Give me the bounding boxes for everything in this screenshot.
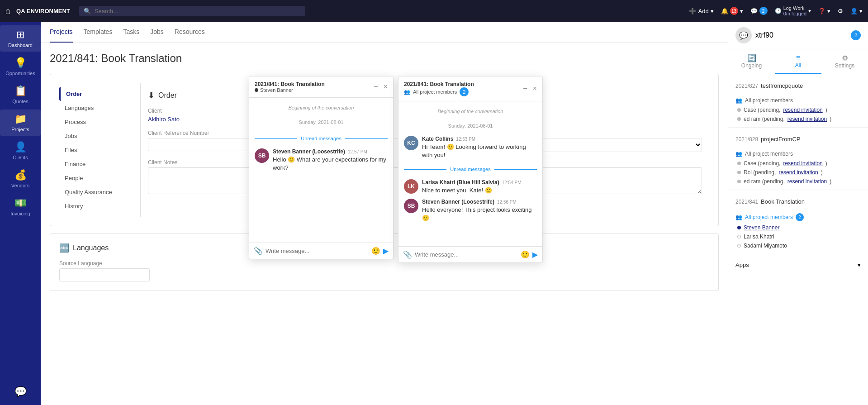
pending-dot-828-roi bbox=[737, 171, 741, 174]
tab-resources[interactable]: Resources bbox=[175, 22, 205, 43]
sidebar-item-dashboard[interactable]: ⊞ Dashboard bbox=[0, 25, 41, 52]
all-members-link-841[interactable]: All project members bbox=[745, 214, 793, 220]
tab-ongoing[interactable]: 🔄 Ongoing bbox=[728, 49, 775, 74]
chat-close-1[interactable]: × bbox=[384, 83, 388, 91]
msg-time-2-2: 12:54 PM bbox=[502, 180, 522, 185]
opportunities-icon: 💡 bbox=[14, 57, 27, 69]
project-id-841: 2021/841 bbox=[735, 199, 758, 205]
search-box: 🔍 bbox=[79, 6, 305, 16]
rp-members-827[interactable]: 👥 All project members bbox=[728, 95, 868, 105]
tab-all[interactable]: ≡ All bbox=[775, 49, 821, 74]
sidebar-item-quotes[interactable]: 📋 Quotes bbox=[0, 81, 41, 108]
pending-dot-828-case bbox=[737, 162, 741, 165]
chat-close-2[interactable]: × bbox=[533, 85, 537, 93]
resend-link-828-case[interactable]: resend invitation bbox=[783, 160, 822, 167]
resend-link-827-edram[interactable]: resend invitation bbox=[787, 116, 827, 122]
emoji-icon-2[interactable]: 🙂 bbox=[521, 250, 530, 259]
chat-minimize-1[interactable]: − bbox=[374, 83, 378, 91]
chat-date-2: Sunday, 2021-08-01 bbox=[404, 123, 537, 129]
chat-minimize-2[interactable]: − bbox=[523, 85, 527, 93]
rp-members-841[interactable]: 👥 All project members 2 bbox=[728, 211, 868, 223]
msg-sender-1-1: Steven Banner (Loosestrife) bbox=[273, 148, 345, 155]
attach-icon-1[interactable]: 📎 bbox=[254, 247, 263, 255]
chat-input-1[interactable] bbox=[266, 248, 369, 254]
rp-members-828[interactable]: 👥 All project members bbox=[728, 149, 868, 159]
member-link-steven[interactable]: Steven Banner bbox=[744, 224, 779, 231]
sidebar-item-invoicing[interactable]: 💵 Invoicing bbox=[0, 194, 41, 220]
help-dropdown-icon: ▾ bbox=[827, 8, 830, 14]
rp-pending-828-roi: Rol (pending, resend invitation ) bbox=[728, 168, 868, 177]
send-button-2[interactable]: ▶ bbox=[532, 250, 538, 259]
sidebar-item-projects[interactable]: 📁 Projects bbox=[0, 110, 41, 136]
chat-project-name-1: 2021/841: Book Translation bbox=[255, 81, 370, 87]
msg-text-2-2: Nice to meet you, Kate! 🙂 bbox=[422, 186, 537, 195]
chat-footer-1: 📎 🙂 ▶ bbox=[249, 243, 393, 259]
help-button[interactable]: ❓ ▾ bbox=[818, 8, 830, 14]
project-name-841: Book Translation bbox=[761, 198, 805, 205]
sidebar-item-history[interactable]: History bbox=[59, 199, 140, 213]
msg-content-2-2: Larisa Khatri (Blue Hill Salvia) 12:54 P… bbox=[422, 179, 537, 195]
resend-link-828-roi[interactable]: resend invitation bbox=[778, 169, 818, 176]
notifications-button[interactable]: 🔔 13 ▾ bbox=[721, 7, 743, 15]
home-icon[interactable]: ⌂ bbox=[5, 6, 11, 16]
chat-message-2-3: SB Steven Banner (Loosestrife) 12:56 PM … bbox=[404, 199, 537, 222]
all-icon: ≡ bbox=[779, 54, 817, 62]
resend-link-827-case[interactable]: resend invitation bbox=[783, 107, 822, 113]
unread-divider-2: Unread messages bbox=[404, 167, 537, 172]
online-dot-steven bbox=[737, 226, 741, 229]
msg-avatar-2-1: KC bbox=[404, 136, 418, 150]
sidebar-item-finance[interactable]: Finance bbox=[59, 157, 140, 171]
send-button-1[interactable]: ▶ bbox=[383, 247, 389, 255]
emoji-icon-1[interactable]: 🙂 bbox=[371, 247, 380, 255]
source-language-label: Source Language bbox=[59, 260, 709, 267]
sidebar-item-order[interactable]: Order bbox=[59, 87, 140, 101]
tab-settings[interactable]: ⚙ Settings bbox=[821, 49, 868, 74]
resend-link-828-edram[interactable]: resend invitation bbox=[787, 178, 827, 185]
sidebar-item-vendors[interactable]: 💰 Vendors bbox=[0, 166, 41, 192]
tab-jobs[interactable]: Jobs bbox=[150, 22, 164, 43]
sidebar-item-opportunities[interactable]: 💡 Opportunities bbox=[0, 53, 41, 80]
msg-avatar-1-1: SB bbox=[255, 148, 269, 163]
right-panel-header: 💬 xtrf90 2 bbox=[728, 22, 868, 49]
add-button[interactable]: ➕ Add ▾ bbox=[689, 8, 713, 14]
settings-button[interactable]: ⚙ bbox=[838, 8, 843, 14]
rp-content: 2021/827 testfromcpquote 👥 All project m… bbox=[728, 74, 868, 276]
sidebar-item-process[interactable]: Process bbox=[59, 115, 140, 129]
clients-icon: 👤 bbox=[14, 141, 27, 153]
chat-date-1: Sunday, 2021-08-01 bbox=[255, 119, 388, 125]
sidebar-item-people[interactable]: People bbox=[59, 171, 140, 185]
members-icon-827: 👥 bbox=[735, 97, 742, 104]
pending-dot-827-case bbox=[737, 108, 741, 112]
apps-section[interactable]: Apps ▾ bbox=[728, 258, 868, 272]
user-button[interactable]: 👤 ▾ bbox=[850, 8, 863, 14]
extra-col bbox=[522, 108, 702, 123]
messages-button[interactable]: 💬 2 bbox=[750, 7, 768, 15]
msg-time-2-3: 12:56 PM bbox=[497, 200, 517, 205]
sidebar-item-qa[interactable]: Quality Assurance bbox=[59, 185, 140, 199]
members-badge-2: 2 bbox=[460, 87, 469, 96]
chat-input-2[interactable] bbox=[415, 251, 518, 258]
tab-tasks[interactable]: Tasks bbox=[123, 22, 139, 43]
log-work-label: Log Work bbox=[783, 5, 806, 11]
tab-projects[interactable]: Projects bbox=[50, 22, 73, 43]
chat-title-2: 2021/841: Book Translation 👥 All project… bbox=[404, 81, 519, 96]
gear-icon: ⚙ bbox=[838, 8, 843, 14]
sidebar-item-jobs[interactable]: Jobs bbox=[59, 129, 140, 143]
log-work-button[interactable]: 🕐 Log Work 0m logged ▾ bbox=[775, 5, 811, 16]
attach-icon-2[interactable]: 📎 bbox=[403, 250, 412, 259]
sidebar-item-clients[interactable]: 👤 Clients bbox=[0, 138, 41, 164]
right-panel-badge: 2 bbox=[851, 30, 861, 40]
msg-content-2-1: Kate Collins 12:53 PM Hi Team! 🙂 Looking… bbox=[422, 136, 537, 159]
search-input[interactable] bbox=[95, 8, 301, 14]
source-language-input[interactable] bbox=[59, 268, 150, 281]
sidebar-item-chat[interactable]: 💬 bbox=[0, 382, 41, 401]
tab-templates[interactable]: Templates bbox=[84, 22, 113, 43]
msg-text-2-3: Hello everyone! This project looks excit… bbox=[422, 206, 537, 222]
chat-icon: 💬 bbox=[750, 8, 758, 14]
sidebar-item-files[interactable]: Files bbox=[59, 143, 140, 157]
project-name-827: testfromcpquote bbox=[761, 82, 803, 89]
sidebar-item-languages[interactable]: Languages bbox=[59, 101, 140, 115]
people-icon-2: 👥 bbox=[404, 89, 410, 95]
chat-message-2-2: LK Larisa Khatri (Blue Hill Salvia) 12:5… bbox=[404, 179, 537, 195]
rp-member-larisa: Larisa Khatri bbox=[728, 232, 868, 241]
